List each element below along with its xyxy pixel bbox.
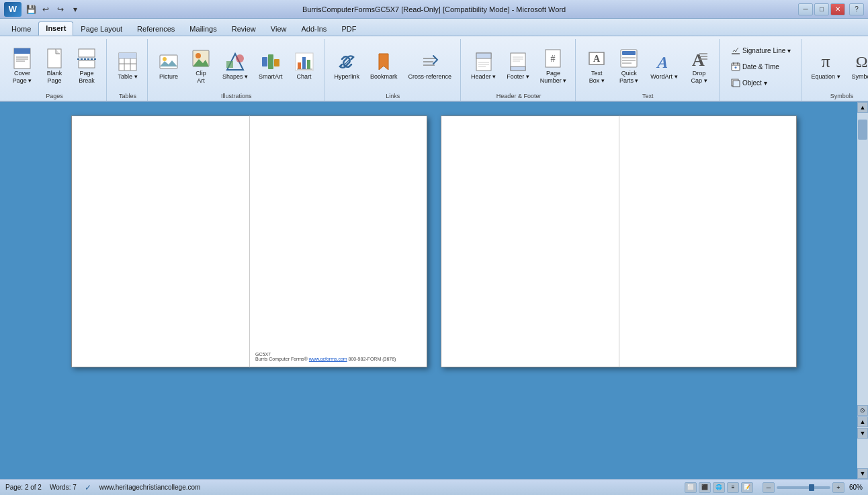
zoom-out-button[interactable]: ─ (763, 482, 775, 493)
browse-next-button[interactable]: ▼ (857, 428, 868, 439)
ribbon-group-right-text: Signature Line ▾ Date & Time Object ▾ (721, 39, 801, 101)
web-view-button[interactable]: 🌐 (713, 482, 725, 493)
svg-rect-26 (268, 54, 273, 69)
page-number-button[interactable]: # PageNumber ▾ (535, 45, 572, 87)
cover-page-label: CoverPage ▾ (13, 70, 32, 85)
document-area[interactable]: GC5X7 Burris Computer Forms® www.gcforms… (0, 102, 868, 479)
drop-cap-button[interactable]: A DropCap ▾ (684, 45, 715, 87)
picture-label: Picture (159, 73, 178, 81)
help-button[interactable]: ? (849, 3, 864, 15)
svg-point-66 (734, 66, 736, 69)
text-group-label: Text (577, 93, 718, 99)
tab-review[interactable]: Review (224, 22, 263, 36)
symbol-button[interactable]: Ω Symbol (847, 48, 868, 83)
svg-rect-5 (48, 49, 61, 68)
scroll-down-button[interactable]: ▼ (857, 468, 868, 479)
tab-view[interactable]: View (263, 22, 294, 36)
outline-view-button[interactable]: ≡ (727, 482, 739, 493)
tab-home[interactable]: Home (4, 22, 38, 36)
tab-mailings[interactable]: Mailings (182, 22, 224, 36)
scroll-nav-icons: ⊙ ▲ ▼ (857, 405, 868, 439)
save-button[interactable]: 💾 (24, 3, 38, 16)
select-browse-button[interactable]: ⊙ (857, 405, 868, 416)
page-1-left (71, 116, 249, 367)
ribbon-group-illustrations: Picture ClipArt Shapes ▾ (149, 39, 324, 101)
bookmark-button[interactable]: Bookmark (365, 48, 402, 83)
text-box-label: TextBox ▾ (589, 70, 605, 85)
status-bar-right: ⬜ ⬛ 🌐 ≡ 📝 ─ + 60% (685, 482, 863, 493)
tab-page-layout[interactable]: Page Layout (73, 22, 130, 36)
blank-page-button[interactable]: BlankPage (39, 45, 70, 87)
title-bar-title: BurrisComputerFormsGC5X7 [Read-Only] [Co… (302, 5, 566, 13)
svg-rect-31 (307, 60, 310, 69)
svg-rect-27 (274, 59, 279, 66)
shapes-button[interactable]: Shapes ▾ (218, 48, 253, 83)
symbols-group-label: Symbols (803, 93, 868, 99)
hyperlink-icon (336, 51, 357, 73)
close-button[interactable]: ✕ (830, 3, 845, 15)
title-bar-controls: ─ □ ✕ ? (798, 3, 864, 15)
page-break-icon (76, 48, 97, 69)
picture-button[interactable]: Picture (153, 48, 184, 83)
app-window: W 💾 ↩ ↪ ▾ BurrisComputerFormsGC5X7 [Read… (0, 0, 868, 495)
cross-reference-button[interactable]: Cross-reference (404, 48, 457, 83)
bookmark-label: Bookmark (370, 73, 398, 81)
ribbon-group-links: Hyperlink Bookmark Cross-reference Links (326, 39, 462, 101)
zoom-slider[interactable] (777, 486, 830, 489)
svg-rect-25 (262, 57, 267, 66)
equation-button[interactable]: π Equation ▾ (807, 48, 845, 83)
status-bar-left: Page: 2 of 2 Words: 7 ✓ www.heritagechri… (5, 483, 200, 492)
tab-addins[interactable]: Add-Ins (294, 22, 334, 36)
tab-pdf[interactable]: PDF (334, 22, 363, 36)
chart-label: Chart (297, 73, 312, 81)
spell-check-icon[interactable]: ✓ (85, 483, 91, 492)
wordart-button[interactable]: A WordArt ▾ (646, 48, 682, 83)
hyperlink-button[interactable]: Hyperlink (330, 48, 365, 83)
print-layout-view-button[interactable]: ⬜ (685, 482, 697, 493)
ribbon: CoverPage ▾ BlankPage PageBreak Pages (0, 36, 868, 102)
pages-container: GC5X7 Burris Computer Forms® www.gcforms… (71, 116, 797, 367)
header-button[interactable]: Header ▾ (466, 48, 501, 83)
minimize-button[interactable]: ─ (798, 3, 813, 15)
illustrations-group-label: Illustrations (149, 93, 324, 99)
svg-rect-29 (298, 62, 301, 69)
tab-insert[interactable]: Insert (38, 21, 73, 36)
footer-link[interactable]: www.gcforms.com (309, 357, 347, 361)
scroll-thumb[interactable] (858, 120, 867, 140)
header-icon (473, 51, 494, 73)
page-break-button[interactable]: PageBreak (71, 45, 102, 87)
tab-references[interactable]: References (130, 22, 182, 36)
text-box-button[interactable]: A TextBox ▾ (581, 45, 612, 87)
tables-group-label: Tables (108, 93, 147, 99)
scroll-up-button[interactable]: ▲ (857, 102, 868, 113)
ribbon-group-symbols: π Equation ▾ Ω Symbol Symbols (803, 39, 868, 101)
chart-button[interactable]: Chart (289, 48, 320, 83)
clip-art-button[interactable]: ClipArt (185, 45, 216, 87)
svg-point-24 (236, 54, 244, 62)
redo-button[interactable]: ↪ (54, 3, 67, 16)
quick-access-dropdown[interactable]: ▾ (69, 3, 82, 16)
table-button[interactable]: Table ▾ (112, 48, 143, 83)
symbol-icon: Ω (851, 51, 868, 73)
draft-view-button[interactable]: 📝 (741, 482, 753, 493)
text-box-icon: A (586, 48, 607, 69)
svg-rect-6 (79, 49, 95, 57)
restore-button[interactable]: □ (814, 3, 829, 15)
smartart-button[interactable]: SmartArt (254, 48, 288, 83)
cover-page-icon (11, 48, 33, 69)
blank-page-icon (44, 48, 65, 69)
date-time-button[interactable]: Date & Time (727, 59, 783, 74)
zoom-in-button[interactable]: + (832, 482, 844, 493)
full-screen-view-button[interactable]: ⬛ (699, 482, 711, 493)
clip-art-label: ClipArt (196, 70, 206, 85)
title-bar: W 💾 ↩ ↪ ▾ BurrisComputerFormsGC5X7 [Read… (0, 0, 868, 19)
footer-button[interactable]: Footer ▾ (502, 48, 534, 83)
object-button[interactable]: Object ▾ (727, 75, 771, 90)
blank-page-label: BlankPage (47, 70, 62, 85)
shapes-label: Shapes ▾ (222, 73, 248, 81)
undo-button[interactable]: ↩ (39, 3, 52, 16)
signature-line-button[interactable]: Signature Line ▾ (727, 43, 794, 58)
quick-parts-button[interactable]: QuickParts ▾ (613, 45, 644, 87)
browse-prev-button[interactable]: ▲ (857, 416, 868, 427)
cover-page-button[interactable]: CoverPage ▾ (7, 45, 38, 87)
